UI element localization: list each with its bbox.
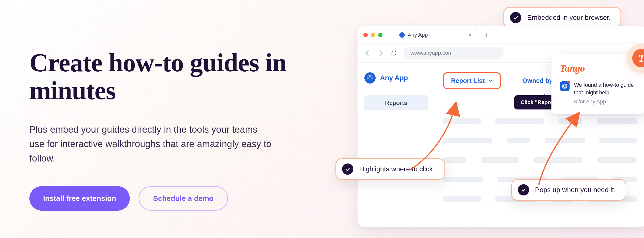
notification-dot-icon	[568, 80, 570, 83]
favicon-icon	[400, 32, 405, 38]
maximize-window-icon	[378, 33, 382, 37]
install-extension-button[interactable]: Install free extension	[30, 186, 130, 211]
back-icon[interactable]	[364, 50, 371, 56]
callout-pops-text: Pops up when you need it.	[535, 186, 616, 194]
minimize-window-icon	[371, 33, 375, 37]
url-bar[interactable]: www.anyapp.com	[404, 47, 504, 59]
check-icon	[342, 163, 353, 175]
callout-highlights-text: Highlights where to click.	[359, 165, 435, 173]
forward-icon[interactable]	[378, 50, 384, 56]
filter-report-list-label: Report List	[451, 77, 484, 85]
check-icon	[518, 184, 529, 196]
browser-tab[interactable]: Any App ×	[394, 29, 477, 41]
guide-icon	[560, 81, 570, 91]
app-brand: Any App	[364, 72, 426, 84]
tango-message: We found a how-to guide that might help.	[574, 81, 636, 97]
close-tab-icon[interactable]: ×	[468, 32, 471, 37]
svg-rect-2	[369, 77, 371, 79]
schedule-demo-button[interactable]: Schedule a demo	[138, 186, 228, 211]
svg-rect-4	[564, 85, 566, 87]
sidebar-item-reports[interactable]: Reports	[364, 95, 428, 111]
filter-owned-by-label: Owned by	[522, 77, 553, 85]
tango-fab-letter: T	[632, 49, 644, 67]
callout-embedded-text: Embedded in your browser.	[527, 14, 611, 21]
svg-rect-0	[401, 34, 403, 36]
check-icon	[510, 12, 521, 23]
page-title: Create how-to guides in minutes	[30, 49, 308, 105]
new-tab-icon[interactable]: +	[484, 31, 488, 39]
close-window-icon	[364, 33, 368, 37]
page-subtitle: Plus embed your guides directly in the t…	[30, 122, 274, 166]
chevron-down-icon	[488, 78, 493, 83]
filter-report-list[interactable]: Report List	[443, 72, 501, 89]
tango-logo: Tango	[560, 63, 636, 74]
tango-sub: 3 for Any App	[574, 99, 636, 105]
reload-icon[interactable]	[391, 50, 397, 56]
app-brand-name: Any App	[380, 74, 408, 82]
app-logo-icon	[364, 72, 376, 84]
callout-highlights: Highlights where to click.	[336, 158, 445, 180]
svg-rect-3	[563, 84, 567, 89]
window-controls	[364, 33, 382, 37]
callout-pops: Pops up when you need it.	[511, 179, 626, 201]
browser-tab-label: Any App	[408, 32, 428, 38]
callout-embedded: Embedded in your browser.	[504, 7, 621, 28]
svg-rect-1	[368, 76, 372, 80]
url-text: www.anyapp.com	[410, 50, 452, 56]
